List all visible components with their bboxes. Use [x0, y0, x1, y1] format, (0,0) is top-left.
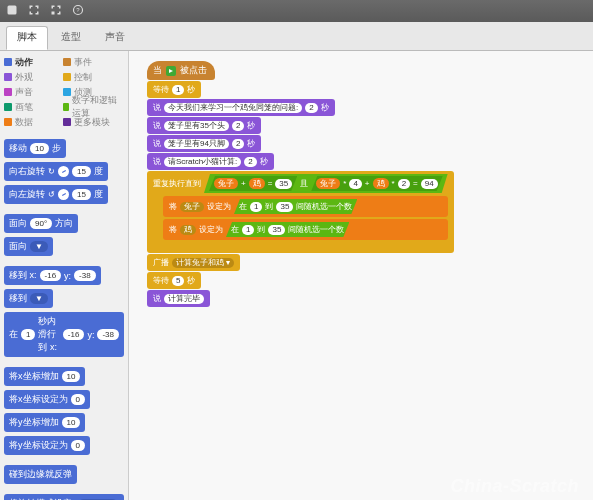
- block-set-rabbit[interactable]: 将兔子设定为在1到35间随机选一个数: [163, 196, 448, 217]
- block-goto-xy[interactable]: 移到 x:-16y:-38: [4, 266, 101, 285]
- cat-data[interactable]: 数据: [4, 115, 62, 129]
- block-glide[interactable]: 在1秒内滑行到 x:-16y:-38: [4, 312, 124, 357]
- block-move[interactable]: 移动10步: [4, 139, 66, 158]
- block-point-towards[interactable]: 面向▼: [4, 237, 53, 256]
- block-change-x[interactable]: 将x坐标增加10: [4, 367, 85, 386]
- block-set-y[interactable]: 将y坐标设定为0: [4, 436, 90, 455]
- block-broadcast[interactable]: 广播计算兔子和鸡 ▾: [147, 254, 240, 271]
- block-say-4[interactable]: 说请Scratch小猫计算:2秒: [147, 153, 274, 170]
- watermark: China-Scratch: [450, 476, 579, 497]
- block-goto[interactable]: 移到▼: [4, 289, 53, 308]
- block-turn-cw[interactable]: 向右旋转↻15度: [4, 162, 108, 181]
- tab-scripts[interactable]: 脚本: [6, 26, 48, 50]
- block-repeat-until[interactable]: 重复执行直到 兔子+鸡=35 且 兔子*4+鸡*2=94 将兔子设定为在1到35…: [147, 171, 454, 253]
- block-set-x[interactable]: 将x坐标设定为0: [4, 390, 90, 409]
- help-icon[interactable]: ?: [72, 4, 84, 18]
- cat-motion[interactable]: 动作: [4, 55, 62, 69]
- main-area: 动作 事件 外观 控制 声音 侦测 画笔 数字和逻辑运算 数据 更多模块 移动1…: [0, 51, 593, 500]
- block-set-chicken[interactable]: 将鸡设定为在1到35间随机选一个数: [163, 219, 448, 240]
- tab-costumes[interactable]: 造型: [50, 26, 92, 50]
- block-change-y[interactable]: 将y坐标增加10: [4, 413, 85, 432]
- block-wait-2[interactable]: 等待5秒: [147, 272, 201, 289]
- cat-control[interactable]: 控制: [63, 70, 121, 84]
- stamp-icon[interactable]: [6, 4, 18, 18]
- svg-rect-0: [8, 6, 17, 15]
- block-say-5[interactable]: 说计算完毕: [147, 290, 210, 307]
- cat-pen[interactable]: 画笔: [4, 100, 62, 114]
- block-wait-1[interactable]: 等待1秒: [147, 81, 201, 98]
- block-point-dir[interactable]: 面向90°方向: [4, 214, 78, 233]
- script-workspace[interactable]: 当被点击 等待1秒 说今天我们来学习一个鸡兔同笼的问题:2秒 说笼子里有35个头…: [129, 51, 593, 500]
- condition-and[interactable]: 兔子+鸡=35 且 兔子*4+鸡*2=94: [204, 174, 448, 193]
- block-when-flag[interactable]: 当被点击: [147, 61, 215, 80]
- cat-more[interactable]: 更多模块: [63, 115, 121, 129]
- green-flag-icon: [166, 66, 176, 76]
- fullscreen-icon[interactable]: [28, 4, 40, 18]
- block-say-3[interactable]: 说笼子里有94只脚2秒: [147, 135, 261, 152]
- shrink-icon[interactable]: [50, 4, 62, 18]
- cw-icon: ↻: [48, 167, 55, 176]
- top-toolbar: ?: [0, 0, 593, 22]
- app-window: ? 脚本 造型 声音 动作 事件 外观 控制 声音 侦测 画笔 数字和逻辑运算 …: [0, 0, 593, 500]
- block-rotstyle[interactable]: 将旋转模式设定为左-右翻转: [4, 494, 124, 500]
- block-turn-ccw[interactable]: 向左旋转↺15度: [4, 185, 108, 204]
- cat-looks[interactable]: 外观: [4, 70, 62, 84]
- cat-sound[interactable]: 声音: [4, 85, 62, 99]
- palette-block-list: 移动10步 向右旋转↻15度 向左旋转↺15度 面向90°方向 面向▼ 移到 x…: [0, 133, 128, 500]
- category-grid: 动作 事件 外观 控制 声音 侦测 画笔 数字和逻辑运算 数据 更多模块: [0, 51, 128, 133]
- block-palette: 动作 事件 外观 控制 声音 侦测 画笔 数字和逻辑运算 数据 更多模块 移动1…: [0, 51, 129, 500]
- editor-tabs: 脚本 造型 声音: [0, 22, 593, 51]
- block-bounce[interactable]: 碰到边缘就反弹: [4, 465, 77, 484]
- cat-events[interactable]: 事件: [63, 55, 121, 69]
- cat-operators[interactable]: 数字和逻辑运算: [63, 100, 121, 114]
- block-say-2[interactable]: 说笼子里有35个头2秒: [147, 117, 261, 134]
- svg-text:?: ?: [76, 7, 80, 13]
- block-say-1[interactable]: 说今天我们来学习一个鸡兔同笼的问题:2秒: [147, 99, 335, 116]
- script-stack[interactable]: 当被点击 等待1秒 说今天我们来学习一个鸡兔同笼的问题:2秒 说笼子里有35个头…: [147, 61, 454, 307]
- ccw-icon: ↺: [48, 190, 55, 199]
- tab-sounds[interactable]: 声音: [94, 26, 136, 50]
